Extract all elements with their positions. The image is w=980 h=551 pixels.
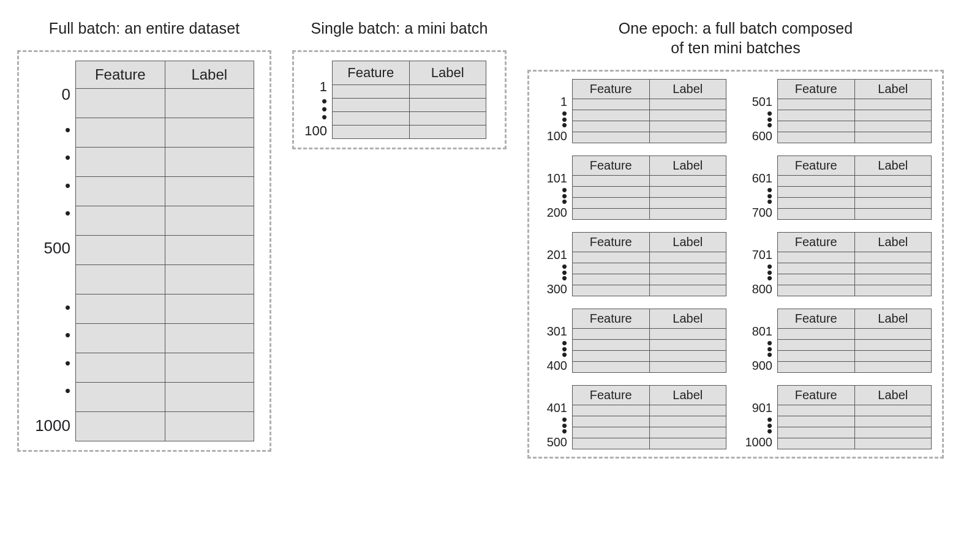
table-row [573, 285, 726, 296]
table-row [778, 197, 931, 208]
table-row [778, 99, 931, 110]
index-tick: • [743, 429, 772, 433]
single-batch-frame: 1•••100 Feature Label [292, 50, 507, 149]
diagram-canvas: Full batch: an entire dataset 0••••500••… [0, 0, 980, 551]
mini-batch-table: FeatureLabel [777, 156, 932, 220]
table-row [573, 132, 726, 143]
index-tick: 800 [743, 282, 772, 296]
index-tick: • [28, 361, 70, 365]
index-tick: • [538, 353, 567, 356]
index-tick: 300 [538, 282, 567, 296]
index-tick: • [28, 128, 70, 132]
mini-batch-table: FeatureLabel [572, 309, 726, 373]
table-row [778, 405, 931, 416]
full-batch-table: Feature Label [75, 61, 254, 441]
mini-batch-table: FeatureLabel [777, 232, 932, 296]
mini-batch-table: FeatureLabel [572, 385, 726, 449]
index-tick: 0 [28, 85, 70, 104]
mini-batch-table: FeatureLabel [777, 309, 932, 373]
mini-batch-table: FeatureLabel [777, 385, 932, 449]
col-label: Label [854, 80, 932, 99]
col-label: Label [649, 233, 726, 252]
index-tick: • [303, 115, 327, 119]
index-tick: 100 [538, 129, 567, 143]
mini-batch-6: 701•••800FeatureLabel [743, 232, 933, 296]
col-label: Label [409, 61, 486, 85]
table-row [778, 350, 931, 361]
mini-batch-7: 301•••400FeatureLabel [538, 309, 728, 373]
table-row [778, 176, 931, 186]
epoch-frame: 1•••100FeatureLabel501•••600FeatureLabel… [527, 70, 944, 459]
table-row [76, 382, 254, 411]
single-batch-section: Single batch: a mini batch 1•••100 Featu… [292, 18, 507, 149]
col-label: Label [854, 309, 932, 329]
index-tick: 1000 [743, 435, 772, 449]
mini-batch-index: 301•••400 [538, 309, 572, 373]
mini-batch-4: 601•••700FeatureLabel [743, 156, 933, 220]
index-tick: • [743, 200, 772, 203]
table-row [76, 294, 254, 323]
table-row [573, 263, 726, 274]
mini-batch-table: FeatureLabel [572, 232, 726, 296]
mini-batch-index: 201•••300 [538, 232, 572, 296]
mini-batch-8: 801•••900FeatureLabel [743, 309, 933, 373]
full-batch-title: Full batch: an entire dataset [17, 18, 271, 38]
table-row [76, 118, 254, 147]
index-tick: • [538, 123, 567, 127]
table-row [573, 405, 726, 416]
col-label: Label [649, 156, 726, 176]
mini-batch-index: 401•••500 [538, 385, 572, 449]
col-label: Label [854, 386, 932, 405]
index-tick: 200 [538, 206, 567, 220]
mini-batch-5: 201•••300FeatureLabel [538, 232, 728, 296]
table-row [76, 147, 254, 176]
table-row [778, 132, 931, 143]
table-row [76, 235, 254, 264]
table-row [778, 361, 931, 372]
single-batch-index: 1•••100 [303, 61, 332, 139]
index-tick: • [28, 305, 70, 309]
table-row [76, 206, 254, 235]
table-row [573, 427, 726, 438]
table-row [76, 176, 254, 206]
table-row [573, 121, 726, 132]
full-batch-table-wrap: 0••••500••••1000 Feature Label [28, 61, 261, 441]
index-tick: 600 [743, 129, 772, 143]
table-row [76, 411, 254, 441]
table-row [573, 208, 726, 219]
index-tick: 1000 [28, 416, 70, 435]
table-row [778, 438, 931, 449]
single-batch-table-wrap: 1•••100 Feature Label [303, 61, 496, 139]
table-row [778, 121, 931, 132]
table-row [573, 110, 726, 121]
col-feature: Feature [573, 386, 649, 405]
table-row [76, 353, 254, 382]
single-batch-title: Single batch: a mini batch [292, 18, 507, 38]
full-batch-frame: 0••••500••••1000 Feature Label [17, 50, 271, 452]
table-row [573, 361, 726, 372]
table-row [778, 339, 931, 350]
table-row [778, 285, 931, 296]
index-tick: 500 [28, 239, 70, 258]
index-tick: • [28, 333, 70, 337]
mini-batch-index: 101•••200 [538, 156, 572, 220]
mini-batch-index: 701•••800 [743, 232, 777, 296]
index-tick: 100 [303, 123, 327, 139]
mini-batch-3: 101•••200FeatureLabel [538, 156, 728, 220]
col-label: Label [649, 80, 726, 99]
table-row [76, 323, 254, 353]
table-row [778, 252, 931, 263]
table-row [778, 427, 931, 438]
index-tick: • [28, 211, 70, 215]
table-row [573, 416, 726, 427]
mini-batch-index: 901•••1000 [743, 385, 777, 449]
table-row [573, 176, 726, 186]
col-feature: Feature [778, 386, 854, 405]
mini-batch-1: 1•••100FeatureLabel [538, 79, 728, 143]
col-feature: Feature [333, 61, 409, 85]
index-tick: • [28, 389, 70, 392]
col-label: Label [649, 386, 726, 405]
table-row [573, 438, 726, 449]
col-label: Label [854, 233, 932, 252]
table-row [573, 350, 726, 361]
